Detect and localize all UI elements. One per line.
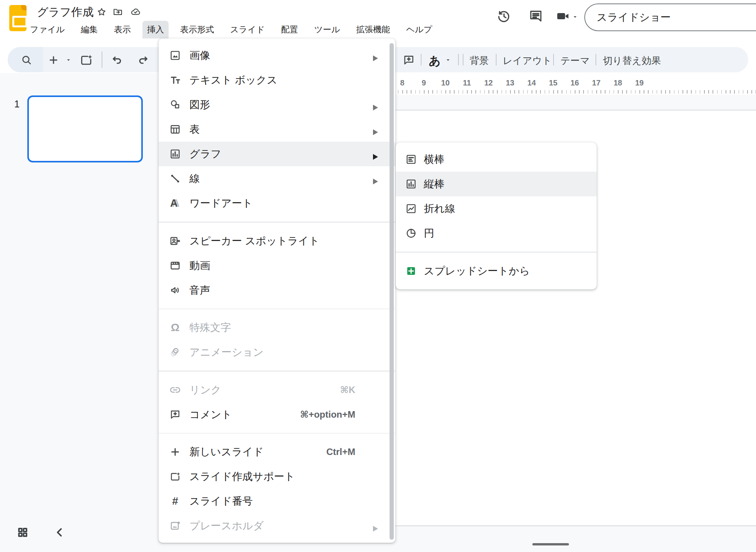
submenu-item-pie[interactable]: 円	[396, 221, 597, 246]
link-icon	[169, 384, 181, 396]
ruler-tick	[678, 90, 679, 94]
history-icon[interactable]	[496, 8, 512, 24]
menu-separator	[396, 252, 597, 253]
ruler-tick	[420, 90, 420, 94]
submenu-arrow-icon	[373, 151, 378, 157]
menubar-item-help[interactable]: ヘルプ	[401, 21, 437, 38]
ruler-tick	[562, 90, 562, 94]
slideshow-button[interactable]: スライドショー	[584, 3, 756, 31]
ruler-tick	[661, 90, 662, 94]
menubar-item-edit[interactable]: 編集	[76, 21, 102, 38]
ruler-tick	[614, 90, 614, 94]
add-comment-icon[interactable]	[403, 54, 415, 66]
bar-chart-vertical-icon	[405, 178, 417, 190]
submenu-item-bar[interactable]: 横棒	[396, 147, 597, 172]
menu-item-shapes[interactable]: 図形	[159, 92, 395, 117]
menubar-item-slide[interactable]: スライド	[226, 21, 269, 38]
ruler-tick	[622, 90, 623, 94]
transition-button[interactable]: 切り替え効果	[603, 54, 661, 67]
menubar-item-view[interactable]: 表示	[109, 21, 135, 38]
ruler-number: 9	[421, 79, 426, 87]
ruler-tick	[583, 90, 584, 94]
layout-button[interactable]: レイアウト	[503, 54, 552, 67]
ruler-tick	[402, 90, 403, 94]
add-slide-caret-icon[interactable]	[65, 57, 72, 63]
menu-separator	[159, 309, 395, 309]
search-icon[interactable]	[20, 54, 33, 67]
menu-item-comment[interactable]: コメント ⌘+option+M	[159, 402, 395, 427]
ruler-number: 17	[592, 79, 600, 87]
toolbar-divider	[458, 54, 459, 65]
input-tools-button[interactable]: あ	[429, 53, 441, 69]
menu-item-new-slide[interactable]: 新しいスライド Ctrl+M	[159, 440, 395, 464]
google-slides-app: 8910111213141516171819 1 グラフ作成 ファイル 編集 表…	[0, 0, 756, 552]
cloud-status-icon[interactable]	[130, 7, 141, 17]
submenu-item-line[interactable]: 折れ線	[396, 196, 597, 221]
ruler-tick	[415, 90, 416, 94]
background-button[interactable]: 背景	[470, 54, 489, 67]
ruler-tick	[406, 90, 407, 94]
menu-item-image[interactable]: 画像	[159, 43, 395, 68]
add-comment-icon	[169, 409, 181, 420]
menu-item-video[interactable]: 動画	[159, 253, 395, 278]
new-slide-sparkle-icon[interactable]	[79, 53, 93, 67]
menu-item-text-box[interactable]: テキスト ボックス	[159, 68, 395, 92]
menu-item-slide-creation-support[interactable]: スライド作成サポート	[159, 464, 395, 489]
theme-button[interactable]: テーマ	[560, 54, 590, 67]
ruler-tick	[743, 90, 744, 94]
line-icon	[169, 173, 181, 184]
ruler-tick	[618, 90, 619, 94]
hash-icon: #	[169, 495, 181, 507]
menu-item-table[interactable]: 表	[159, 117, 395, 142]
ruler-tick	[592, 90, 593, 94]
ruler-number: 14	[527, 79, 536, 87]
shortcut-label: ⌘+option+M	[300, 409, 355, 420]
redo-icon[interactable]	[137, 54, 149, 66]
menu-item-audio[interactable]: 音声	[159, 278, 395, 303]
menu-item-line[interactable]: 線	[159, 166, 395, 191]
shortcut-label: Ctrl+M	[326, 447, 355, 457]
menu-scrollbar[interactable]	[390, 43, 394, 540]
image-icon	[169, 50, 181, 61]
menu-item-chart[interactable]: グラフ	[159, 142, 395, 166]
menubar-item-tools[interactable]: ツール	[309, 21, 345, 38]
menubar-item-extensions[interactable]: 拡張機能	[351, 21, 395, 38]
caret-down-icon[interactable]	[572, 14, 578, 20]
menu-item-placeholder: プレースホルダ	[159, 514, 395, 538]
menubar-item-format[interactable]: 表示形式	[176, 21, 219, 38]
meet-camera-icon[interactable]	[555, 8, 570, 24]
comments-icon[interactable]	[528, 8, 544, 24]
menu-item-slide-number[interactable]: # スライド番号	[159, 489, 395, 514]
ruler-tick	[570, 90, 571, 94]
grid-view-icon[interactable]	[16, 526, 29, 539]
slide-number-label: 1	[12, 99, 22, 110]
undo-icon[interactable]	[111, 54, 123, 66]
menu-item-speaker-spotlight[interactable]: スピーカー スポットライト	[159, 229, 395, 253]
document-title[interactable]: グラフ作成	[37, 5, 94, 20]
slides-logo[interactable]	[9, 5, 27, 31]
collapse-filmstrip-icon[interactable]	[53, 526, 66, 539]
submenu-arrow-icon	[373, 523, 378, 529]
ruler-tick	[484, 90, 485, 94]
slide-thumbnail[interactable]	[27, 95, 143, 162]
menubar-item-insert[interactable]: 挿入	[142, 21, 169, 38]
ruler-tick	[669, 90, 670, 94]
ruler-tick	[747, 90, 748, 94]
ruler-tick	[631, 90, 632, 94]
menubar-item-file[interactable]: ファイル	[25, 21, 69, 38]
star-icon[interactable]	[96, 7, 107, 17]
speaker-notes-resize-handle[interactable]	[532, 543, 569, 545]
submenu-item-column[interactable]: 縦棒	[396, 172, 597, 196]
ruler-tick	[696, 90, 696, 94]
menubar-item-arrange[interactable]: 配置	[276, 21, 303, 38]
ruler-tick	[480, 90, 481, 94]
ruler-tick	[502, 90, 502, 94]
add-slide-icon[interactable]	[48, 54, 59, 66]
ruler-tick	[518, 90, 519, 94]
toolbar-divider	[421, 54, 421, 65]
submenu-item-from-sheets[interactable]: スプレッドシートから	[396, 259, 597, 283]
ruler-tick	[596, 90, 597, 94]
input-tools-caret-icon[interactable]	[445, 57, 451, 63]
menu-item-word-art[interactable]: AA ワードアート	[159, 191, 395, 216]
move-folder-icon[interactable]	[112, 7, 123, 17]
